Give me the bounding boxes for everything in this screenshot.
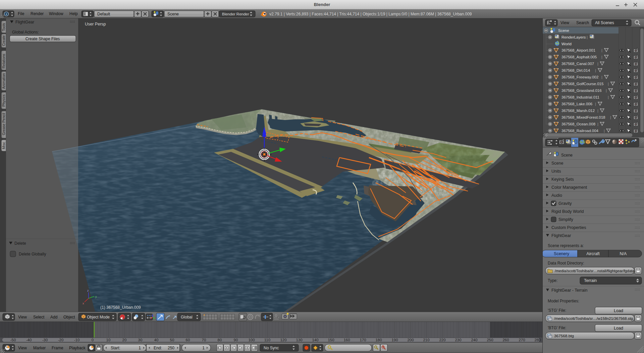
svg-text:Search: Search [576, 20, 589, 25]
svg-text:367568.btg: 367568.btg [554, 334, 574, 338]
svg-text:220: 220 [439, 338, 445, 342]
svg-text:10: 10 [106, 338, 111, 342]
svg-text:130: 130 [296, 338, 302, 342]
svg-text:FlightGear: FlightGear [551, 233, 571, 238]
svg-text:y: y [95, 295, 97, 298]
svg-text:Gravity: Gravity [558, 201, 572, 206]
svg-text:Tools: Tools [2, 23, 6, 31]
svg-text:280: 280 [534, 338, 541, 342]
svg-text:/media/scott/Toshiba/sr…/w158n: /media/scott/Toshiba/sr…/w158n21/367568.… [554, 316, 633, 320]
svg-text:Scene: Scene [558, 28, 569, 33]
svg-text:190: 190 [391, 338, 398, 342]
svg-text:-10: -10 [74, 338, 80, 342]
svg-text:Color Management: Color Management [551, 185, 587, 190]
svg-text:140: 140 [312, 338, 318, 342]
svg-text:160: 160 [343, 338, 350, 342]
svg-text:Misc: Misc [2, 142, 6, 149]
svg-text:367568_Canal.007: 367568_Canal.007 [561, 62, 594, 66]
svg-text:FlightGear - Terrain: FlightGear - Terrain [551, 288, 587, 293]
svg-text:180: 180 [375, 338, 382, 342]
svg-text:|: | [587, 35, 588, 39]
svg-text:RenderLayers: RenderLayers [561, 35, 586, 39]
svg-text:30: 30 [138, 338, 143, 342]
svg-text:No Sync: No Sync [264, 346, 279, 350]
svg-text:40: 40 [154, 338, 159, 342]
svg-text:367568_Marsh.012: 367568_Marsh.012 [561, 109, 595, 113]
svg-text:Delete Globally: Delete Globally [19, 252, 46, 256]
svg-text:150: 150 [328, 338, 334, 342]
svg-text:240: 240 [471, 338, 477, 342]
svg-text:(1) 367568_Urban.009: (1) 367568_Urban.009 [100, 305, 141, 310]
svg-text:FlightGear: FlightGear [15, 20, 34, 24]
svg-text:Model Properties:: Model Properties: [548, 299, 579, 303]
svg-text:367568_Ocean.008: 367568_Ocean.008 [561, 122, 595, 126]
svg-text:z: z [87, 289, 89, 292]
svg-text:250: 250 [168, 346, 174, 350]
svg-text:Grease Pencil: Grease Pencil [2, 113, 6, 135]
svg-text:50: 50 [170, 338, 174, 342]
svg-text:All Scenes: All Scenes [595, 20, 614, 25]
svg-text:Load: Load [614, 308, 623, 313]
svg-text:End:: End: [154, 346, 162, 350]
svg-text:367568_Railroad.004: 367568_Railroad.004 [561, 129, 599, 133]
svg-text:Data Root Directory:: Data Root Directory: [548, 261, 584, 266]
svg-text:Simplify: Simplify [558, 217, 574, 222]
svg-text:Audio: Audio [551, 193, 562, 198]
svg-text:'STG' File:: 'STG' File: [548, 308, 566, 313]
svg-text:270: 270 [519, 338, 525, 342]
svg-text:|: | [597, 109, 598, 113]
svg-text:Scene: Scene [561, 153, 573, 158]
svg-text:|: | [595, 102, 596, 106]
svg-text:90: 90 [234, 338, 238, 342]
svg-text:Object Mode: Object Mode [87, 315, 110, 319]
svg-text:|: | [601, 48, 602, 52]
svg-text:|: | [608, 95, 609, 99]
svg-text:Create: Create [2, 35, 6, 46]
svg-text:-40: -40 [26, 338, 32, 342]
svg-text:Keying Sets: Keying Sets [551, 177, 574, 182]
svg-text:|: | [597, 62, 598, 66]
svg-text:Start:: Start: [111, 346, 120, 350]
svg-text:1: 1 [139, 346, 141, 350]
svg-text:Custom Properties: Custom Properties [551, 225, 586, 230]
svg-text:Terrain: Terrain [584, 278, 597, 283]
svg-text:View: View [560, 20, 569, 25]
svg-text:/media/scott/Toshiba/sr…nstall: /media/scott/Toshiba/sr…nstall/flightgea… [555, 269, 636, 273]
svg-text:0: 0 [92, 338, 94, 342]
svg-text:Create Shape Files: Create Shape Files [25, 37, 60, 41]
svg-text:Load: Load [614, 326, 623, 331]
svg-text:367568_Freeway.002: 367568_Freeway.002 [561, 75, 598, 79]
svg-text:|: | [595, 68, 596, 72]
svg-text:Default: Default [97, 12, 110, 16]
svg-text:367568_Industrial.011: 367568_Industrial.011 [561, 95, 599, 99]
svg-text:Scene represents a:: Scene represents a: [548, 243, 584, 248]
svg-text:Aircraft: Aircraft [586, 251, 600, 256]
svg-text:|: | [601, 75, 602, 79]
svg-text:|: | [610, 115, 611, 119]
svg-text:110: 110 [264, 338, 270, 342]
svg-text:260: 260 [502, 338, 509, 342]
svg-text:Global Actions:: Global Actions: [12, 30, 39, 35]
svg-text:|: | [606, 89, 607, 93]
svg-text:World: World [561, 42, 572, 46]
svg-text:|: | [604, 129, 605, 133]
svg-text:Type:: Type: [548, 278, 557, 283]
svg-text:Scenery: Scenery [554, 251, 570, 256]
svg-text:250: 250 [487, 338, 493, 342]
svg-text:|: | [601, 55, 602, 59]
svg-text:367568_Asphalt.005: 367568_Asphalt.005 [561, 55, 597, 59]
svg-text:Global: Global [181, 315, 193, 319]
svg-text:80: 80 [218, 338, 222, 342]
svg-text:100: 100 [248, 338, 255, 342]
svg-text:x: x [83, 302, 84, 305]
svg-text:Animation: Animation [2, 73, 6, 89]
svg-text:|: | [608, 82, 609, 86]
svg-text:Physics: Physics [2, 95, 6, 107]
svg-text:200: 200 [407, 338, 414, 342]
svg-text:Relations: Relations [2, 54, 6, 68]
svg-text:367568_Lake.006: 367568_Lake.006 [561, 102, 592, 106]
svg-text:367568_Grassland.016: 367568_Grassland.016 [561, 89, 602, 93]
svg-text:60: 60 [186, 338, 190, 342]
svg-text:-50: -50 [10, 338, 16, 342]
svg-text:'BTG' File:: 'BTG' File: [548, 326, 566, 330]
